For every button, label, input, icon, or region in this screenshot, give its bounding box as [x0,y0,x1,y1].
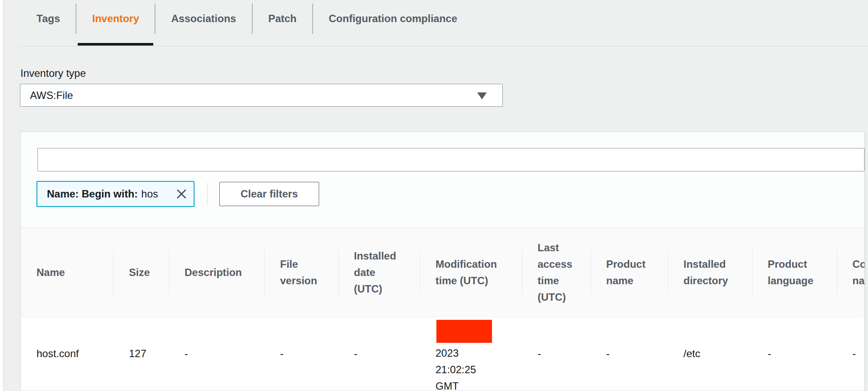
header-cell-size: Size [113,228,169,317]
header-cell-label: Product language [768,256,819,289]
header-cell-label: Description [185,264,242,281]
cell-file-version: - [264,317,338,390]
window-left-edge [0,0,3,391]
tab-patch[interactable]: Patch [252,3,312,34]
cell-description: - [169,317,264,390]
cell-last-access-time-utc: - [522,317,591,390]
header-cell-file-version: File version [264,228,338,317]
header-cell-company-name: Company name [837,228,865,317]
selected-inventory-type: AWS:File [30,89,73,102]
tab-label: Associations [171,13,236,25]
header-cell-label: Installed date (UTC) [354,248,403,297]
modification-time-line: 2023 [436,345,522,361]
header-cell-label: Size [129,264,150,281]
cell-product-name: - [591,317,668,390]
column-separator [522,250,522,295]
header-cell-label: Name [36,264,65,281]
inventory-type-select[interactable]: AWS:File [20,84,503,107]
tab-label: Inventory [92,13,139,25]
header-cell-last-access-time-utc: Last access time (UTC) [522,228,591,317]
inventory-panel: Name: Begin with: hos Clear filters Name… [20,131,865,391]
header-cell-name: Name [21,228,113,317]
filter-chip: Name: Begin with: hos [36,181,195,207]
header-cell-installed-directory: Installed directory [668,228,752,317]
cell-size: 127 [113,317,169,390]
cell-product-language: - [752,317,837,390]
table-row: host.conf127---202321:02:25GMT--/etc-- [21,317,865,391]
close-icon [176,188,187,200]
header-cell-product-name: Product name [591,228,668,317]
header-cell-product-language: Product language [752,228,837,317]
header-cell-label: Last access time (UTC) [538,240,573,306]
header-cell-label: Modification time (UTC) [436,256,505,289]
cell-installed-directory: /etc [668,317,752,390]
header-cell-label: Product name [606,256,650,289]
filter-chip-value: hos [141,188,158,200]
header-cell-label: Company name [852,256,865,289]
caret-down-icon [477,92,487,99]
filter-chip-label: Name: Begin with: [47,188,138,200]
tabs-bottom-divider [19,46,868,46]
column-separator [113,250,114,295]
column-separator [837,250,837,295]
header-cell-label: Installed directory [683,256,735,289]
column-separator [264,250,265,295]
header-cell-label: File version [280,256,321,289]
cell-installed-date-utc: - [338,317,420,390]
tab-label: Patch [268,13,297,25]
remove-filter-button[interactable] [175,188,188,200]
modification-time-line: GMT [436,378,522,391]
tab-inventory[interactable]: Inventory [76,3,155,34]
tab-label: Tags [36,13,60,25]
header-cell-modification-time-utc: Modification time (UTC) [420,228,522,317]
search-input[interactable] [37,148,865,171]
column-separator [668,250,668,295]
column-separator [338,250,339,295]
tab-associations[interactable]: Associations [155,3,251,34]
tab-label: Configuration compliance [329,13,457,25]
filter-divider [207,183,208,205]
column-separator [752,250,752,295]
header-cell-installed-date-utc: Installed date (UTC) [338,228,420,317]
tab-configuration-compliance[interactable]: Configuration compliance [312,3,473,34]
cell-name: host.conf [21,317,113,390]
tabs-bar: TagsInventoryAssociationsPatchConfigurat… [4,0,868,46]
cell-modification-time-utc: 202321:02:25GMT [420,317,522,390]
column-separator [591,250,591,295]
table-header: NameSizeDescriptionFile versionInstalled… [21,227,865,317]
header-cell-description: Description [169,228,264,317]
tab-tags[interactable]: Tags [21,3,76,34]
cell-company-name: - [837,317,865,390]
panel-right-border [865,132,865,391]
clear-filters-button[interactable]: Clear filters [219,182,319,206]
column-separator [169,250,169,295]
modification-time-line: 21:02:25 [436,361,522,378]
column-separator [420,250,420,295]
inventory-type-label: Inventory type [20,67,86,79]
